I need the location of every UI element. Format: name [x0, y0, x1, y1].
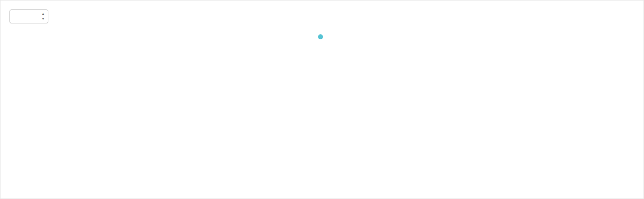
sql-analysis-panel: ▲▼	[0, 0, 644, 199]
average-stat	[55, 12, 57, 20]
p95-stat	[114, 12, 116, 20]
select-stepper-icon: ▲▼	[41, 11, 45, 21]
metric-select[interactable]: ▲▼	[9, 9, 48, 23]
chart-legend[interactable]	[0, 34, 644, 39]
legend-dot-icon	[318, 34, 323, 39]
chart-area	[88, 49, 633, 94]
